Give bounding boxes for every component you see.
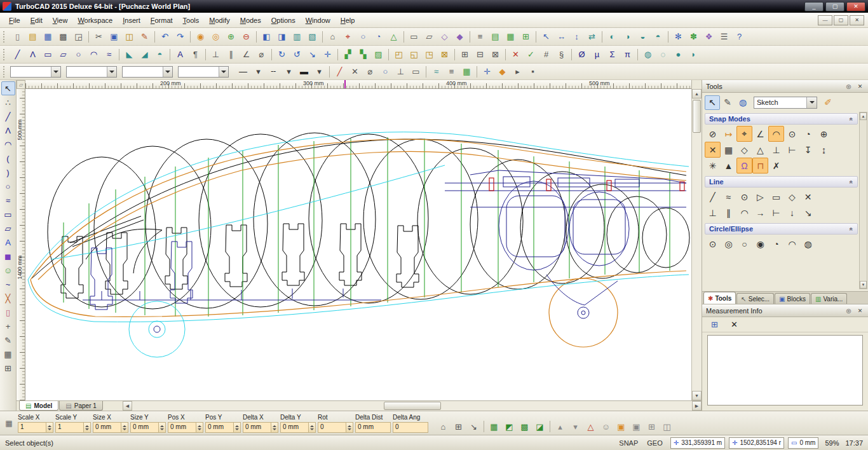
scroll-up-icon[interactable]: ▲	[692, 89, 702, 99]
scroll-down-icon[interactable]: ▼	[692, 391, 702, 400]
toolbar-icon[interactable]: ◧	[259, 30, 274, 44]
redo-icon[interactable]: ↷	[173, 30, 187, 44]
toolbar-icon[interactable]: ▚	[356, 48, 370, 62]
spinner-icon[interactable]	[121, 423, 128, 432]
property-combo-4[interactable]	[178, 66, 229, 78]
polyline-tool[interactable]: Λ	[1, 123, 15, 137]
text-icon[interactable]: A	[173, 48, 187, 62]
rotate-icon[interactable]: ↻	[275, 48, 289, 62]
toolbar-icon[interactable]: ○	[378, 65, 393, 79]
toolbar-icon[interactable]: ✛	[480, 65, 494, 79]
toolbar-icon[interactable]: ◇	[437, 30, 452, 44]
toolbar-icon[interactable]: ▭	[407, 30, 421, 44]
inspector-icon[interactable]: ⌂	[436, 419, 451, 433]
toolbar-icon[interactable]: ⌂	[325, 30, 340, 44]
spinner-icon[interactable]	[46, 423, 53, 432]
geo-toggle[interactable]: GEO	[646, 439, 663, 447]
toolbar-icon[interactable]: #	[539, 48, 553, 62]
pin-icon[interactable]: ◎	[844, 306, 853, 315]
chevron-down-icon[interactable]	[163, 67, 172, 77]
toolbar-icon[interactable]: △	[386, 30, 401, 44]
toolbar-icon[interactable]: ◒	[635, 30, 650, 44]
style-brush-icon[interactable]: ✐	[820, 95, 836, 110]
toolbar-icon[interactable]: ≡	[444, 65, 459, 79]
toolbar-icon[interactable]: §	[554, 48, 569, 62]
inspector-grid-icon[interactable]: ▦	[3, 419, 15, 428]
inspector-icon[interactable]: ◩	[502, 419, 517, 433]
toolbar-icon[interactable]: ✽	[686, 30, 701, 44]
grid-tool[interactable]: ▦	[1, 347, 15, 361]
save-icon[interactable]: ▦	[41, 30, 55, 44]
tab-variables[interactable]: ▥Varia...	[811, 293, 847, 304]
snap-apex-icon[interactable]: ▲	[721, 158, 736, 174]
inspector-icon[interactable]: ◫	[660, 419, 674, 433]
copy-icon[interactable]: ▣	[107, 30, 121, 44]
line-perpendicular-icon[interactable]: ⊥	[705, 205, 721, 221]
inspector-icon[interactable]: ☺	[599, 419, 613, 433]
arc-tool-2[interactable]: (	[1, 151, 15, 165]
zoom-in-icon[interactable]: ⊕	[224, 30, 238, 44]
mdi-minimize-button[interactable]: —	[818, 15, 832, 25]
horizontal-scrollbar[interactable]: ◀ ▶	[123, 401, 702, 411]
menu-item[interactable]: Help	[336, 14, 360, 27]
close-button[interactable]: ✕	[846, 2, 865, 11]
menu-item[interactable]: View	[48, 14, 73, 27]
spline-tool[interactable]: ~	[1, 277, 15, 291]
toolbar-icon[interactable]: ▸	[510, 65, 525, 79]
inspector-icon[interactable]: ▾	[568, 419, 583, 433]
section-header-circle-ellipse[interactable]: Circle/Ellipse «	[705, 223, 858, 235]
collapse-chevron-icon[interactable]: «	[848, 227, 855, 231]
render-world-icon[interactable]: ◍	[735, 95, 750, 110]
open-icon[interactable]: ▤	[25, 30, 40, 44]
edit-tool[interactable]: ✎	[1, 333, 15, 347]
circle-3point-icon[interactable]: ◉	[752, 236, 768, 252]
line-tangent-arc-icon[interactable]: ◠	[736, 205, 752, 221]
edit-style-icon[interactable]: ✎	[720, 95, 735, 110]
inspector-icon[interactable]: ⊞	[644, 419, 659, 433]
menu-item[interactable]: Insert	[118, 14, 146, 27]
scroll-right-icon[interactable]: ▶	[692, 401, 702, 411]
toolbar-icon[interactable]: ▱	[422, 30, 437, 44]
spinner-icon[interactable]	[308, 423, 315, 432]
print-preview-icon[interactable]: ◲	[71, 30, 86, 44]
rectangle-tool[interactable]: ▭	[1, 207, 15, 221]
inspector-icon[interactable]: △	[583, 419, 598, 433]
toolbar-icon[interactable]: ⊠	[437, 48, 452, 62]
menu-item[interactable]: Options	[266, 14, 301, 27]
rectangle-icon[interactable]: ▭	[41, 48, 55, 62]
chevron-down-icon[interactable]	[219, 67, 228, 77]
scroll-up-icon[interactable]: ▲	[860, 112, 867, 120]
property-combo-2[interactable]	[66, 66, 117, 78]
tab-selection[interactable]: ↖Selec...	[736, 293, 774, 304]
toolbar-icon[interactable]: ↕	[569, 30, 584, 44]
snap-vertex-icon[interactable]: ⌖	[736, 126, 752, 142]
circle-2point-icon[interactable]: ○	[736, 236, 752, 252]
line-tool[interactable]: ╱	[1, 109, 15, 123]
toolbar-icon[interactable]: ◨	[275, 30, 289, 44]
snap-nearest-icon[interactable]: ↦	[721, 126, 736, 142]
snap-quadrant-icon[interactable]: ◔	[800, 126, 816, 142]
vertical-scrollbar[interactable]: ▲ ▼	[691, 89, 702, 400]
ruler-corner[interactable]: ▱	[17, 80, 25, 89]
ellipse-arc-icon[interactable]: ◠	[784, 236, 800, 252]
toolbar-icon[interactable]: ╱	[332, 65, 347, 79]
snap-angle-icon[interactable]: ∠	[752, 126, 768, 142]
curve-tool[interactable]: ≈	[1, 193, 15, 207]
mdi-restore-button[interactable]: ▢	[834, 15, 848, 25]
toolbar-icon[interactable]: ▤	[488, 30, 503, 44]
parallelogram-icon[interactable]: ▱	[56, 48, 71, 62]
measurement-clear-icon[interactable]: ✕	[727, 318, 742, 332]
close-icon[interactable]: ✕	[856, 306, 864, 315]
inspector-icon[interactable]: ◪	[532, 419, 547, 433]
plus-tool[interactable]: +	[1, 319, 15, 333]
toolbar-icon[interactable]: ≈	[429, 65, 444, 79]
spinner-icon[interactable]	[83, 423, 90, 432]
zoom-level[interactable]: 59%	[825, 439, 839, 447]
toolbar-icon[interactable]: ≡	[473, 30, 487, 44]
face-icon[interactable]: ☺	[1, 263, 15, 277]
toolbar-icon[interactable]: ○	[356, 30, 370, 44]
line-vector-icon[interactable]: →	[752, 205, 768, 221]
line-rect-icon[interactable]: ▭	[768, 189, 784, 205]
inspector-icon[interactable]: ▣	[629, 419, 644, 433]
line-shape-icon[interactable]: ◇	[784, 189, 800, 205]
